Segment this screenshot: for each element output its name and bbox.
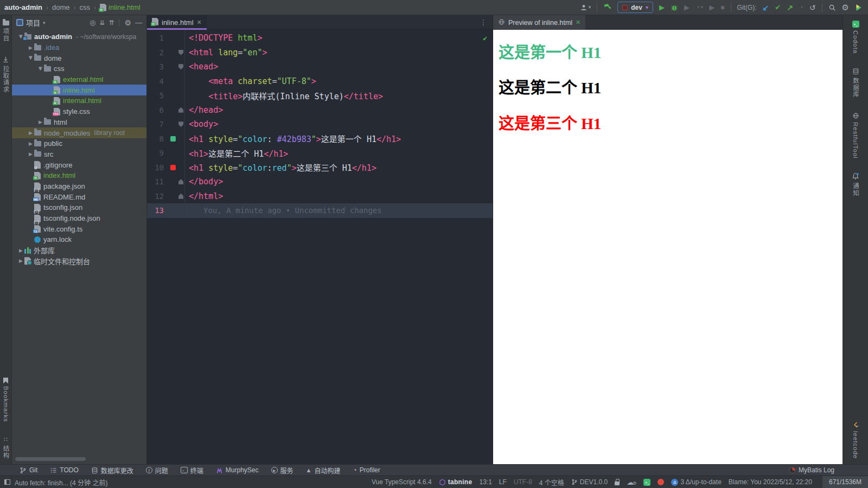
tree-item-临时文件和控制台[interactable]: ▶临时文件和控制台 [12,255,146,266]
tree-item-node_modules[interactable]: ▶node_moduleslibrary root [12,127,146,138]
tree-item-external.html[interactable]: Hexternal.html [12,74,146,85]
gutter-color-preview[interactable] [169,165,177,170]
preview-tab[interactable]: Preview of inline.html ✕ [493,15,585,30]
tree-item-style.css[interactable]: CSSstyle.css [12,106,146,117]
code-line-11[interactable]: 11</body> [147,175,493,189]
status-lf[interactable]: LF [499,478,507,486]
project-panel-title[interactable]: 项目 [26,17,40,28]
codota-square-icon[interactable]: >_ [643,479,650,486]
tree-chevron-icon[interactable]: ▶ [27,141,34,146]
plugin-triangle-icon[interactable] [855,4,863,11]
code-line-10[interactable]: 10<h1 style="color:red">这是第三个 H1</h1> [147,160,493,175]
line-number[interactable]: 9 [147,149,169,157]
tree-item-dome[interactable]: ▶dome [12,53,146,63]
code-line-1[interactable]: 1<!DOCTYPE html> [147,31,493,46]
tool-window-button-项目[interactable]: 项目 [2,21,10,42]
tree-item-inline.html[interactable]: Hinline.html [12,85,146,95]
hide-icon[interactable]: — [135,18,142,27]
code-line-13[interactable]: 13You, A minute ago • Uncommitted change… [147,203,493,218]
settings-icon[interactable]: ⚙ [842,3,849,11]
status-671-1536m[interactable]: 671/1536M [822,476,868,488]
code-line-9[interactable]: 9<h1>这是第二个 H1</h1> [147,146,493,160]
tree-item-tsconfig.json[interactable]: {..}tsconfig.json [12,202,146,213]
line-number[interactable]: 1 [147,34,169,42]
tree-chevron-icon[interactable]: ▶ [17,248,24,253]
delta-icon[interactable]: Δ3 Δ/up-to-date [671,478,721,486]
code-line-12[interactable]: 12</html> [147,189,493,204]
tree-item-html[interactable]: ▶html [12,117,146,128]
tabnine-icon[interactable]: tabnine [439,478,473,486]
fold-marker[interactable] [177,60,185,74]
user-icon[interactable]: ▾ [580,4,591,11]
line-number[interactable]: 6 [147,106,169,114]
code-line-3[interactable]: 3<head> [147,60,493,74]
code-line-4[interactable]: 4 <meta charset="UTF-8"> [147,74,493,89]
breadcrumb-item[interactable]: Hinline.html [100,3,141,11]
expand-all-icon[interactable]: ⇊ [99,19,105,27]
vcs-push-icon[interactable]: ↗ [787,4,793,11]
tool-window-button-终端[interactable]: >_终端 [181,466,203,475]
tree-item-auto-admin[interactable]: ▶auto-admin- ~/software/workspa [12,31,146,42]
line-number[interactable]: 5 [147,91,169,100]
tool-window-button-restfultool[interactable]: RestfulTool [852,112,859,159]
stop-icon[interactable]: ■ [720,4,724,11]
rerun-icon[interactable]: ▶ [709,4,714,11]
tool-window-button-通知[interactable]: 通知 [851,172,860,196]
code-line-5[interactable]: 5 <title>内联样式(Inline Style)</title> [147,88,493,103]
profiler-run-icon[interactable]: ◔▾ [695,4,703,11]
tree-chevron-icon[interactable]: ▶ [27,151,34,157]
tool-window-button-自动构建[interactable]: ▲自动构建 [306,466,341,475]
gear-icon[interactable]: ⚙ [124,18,131,27]
tree-item-src[interactable]: ▶src [12,149,146,160]
code-line-8[interactable]: 8<h1 style="color: #42b983">这是第一个 H1</h1… [147,132,493,146]
tree-item-tsconfig.node.json[interactable]: {..}tsconfig.node.json [12,213,146,224]
branch-icon[interactable]: DEV1.0.0 [571,478,608,486]
tree-item-vite.config.ts[interactable]: TSvite.config.ts [12,223,146,234]
status-4-[interactable]: 4 个空格 [539,478,564,487]
debug-icon[interactable] [671,4,678,11]
tool-window-button-拉取请求[interactable]: 拉取请求 [2,56,10,93]
fold-marker[interactable] [177,103,185,118]
history-icon[interactable]: ◔ [799,4,803,11]
run-icon[interactable]: ▶ [659,4,665,11]
tool-window-button-profiler[interactable]: ◔Profiler [353,466,380,474]
tree-item-外部库[interactable]: ▶外部库 [12,245,146,256]
editor-tab-inline-html[interactable]: H inline.html ✕ [147,15,207,29]
inspections-ok-icon[interactable]: ✔ [483,34,487,42]
tool-window-button-codota[interactable]: >_Codota [852,21,859,54]
gutter-color-preview[interactable] [169,136,177,142]
run-configuration-selector[interactable]: dev▾ [617,2,653,13]
close-icon[interactable]: ✕ [576,19,580,26]
code-line-6[interactable]: 6</head> [147,103,493,118]
line-number[interactable]: 10 [147,163,169,172]
tool-window-switcher-icon[interactable] [4,479,10,485]
breadcrumb-item[interactable]: dome [52,3,70,11]
tree-item-index.html[interactable]: Hindex.html [12,170,146,181]
coverage-icon[interactable]: ▶ [684,4,690,11]
tree-chevron-icon[interactable]: ▶ [27,45,34,50]
status-vue-typescript-4-6-4[interactable]: Vue TypeScript 4.6.4 [372,478,432,486]
tree-item-css[interactable]: ▶css [12,63,146,74]
unlock-icon[interactable] [615,479,620,485]
breadcrumb-item[interactable]: auto-admin [4,3,42,11]
tool-window-button-问题[interactable]: !问题 [146,466,168,475]
tool-window-button-mybatis-log[interactable]: MyBatis Log [789,466,834,474]
chevron-down-icon[interactable]: ▾ [43,20,46,25]
tool-window-button-数据库更改[interactable]: 数据库更改 [91,466,133,475]
project-horizontal-scrollbar[interactable] [15,457,86,461]
tool-window-button-todo[interactable]: TODO [50,466,78,474]
tool-window-button-服务[interactable]: ▶服务 [271,466,293,475]
code-editor[interactable]: 1<!DOCTYPE html>2<html lang="en">3<head>… [147,30,493,464]
tree-chevron-icon[interactable]: ▶ [27,130,34,136]
status-utf-8[interactable]: UTF-8 [514,478,532,486]
code-line-2[interactable]: 2<html lang="en"> [147,46,493,60]
cloud-gear-icon[interactable]: ☁⚙ [627,478,636,486]
rollback-icon[interactable]: ↺ [809,4,816,11]
close-icon[interactable]: ✕ [197,19,202,26]
tree-item-.gitignore[interactable]: ⊘.gitignore [12,159,146,170]
status-13-1[interactable]: 13:1 [479,478,492,486]
tree-chevron-icon[interactable]: ▶ [28,55,34,62]
red-plugin-icon[interactable] [658,479,664,485]
tree-chevron-icon[interactable]: ▶ [38,65,43,72]
breadcrumb-item[interactable]: css [80,3,91,11]
